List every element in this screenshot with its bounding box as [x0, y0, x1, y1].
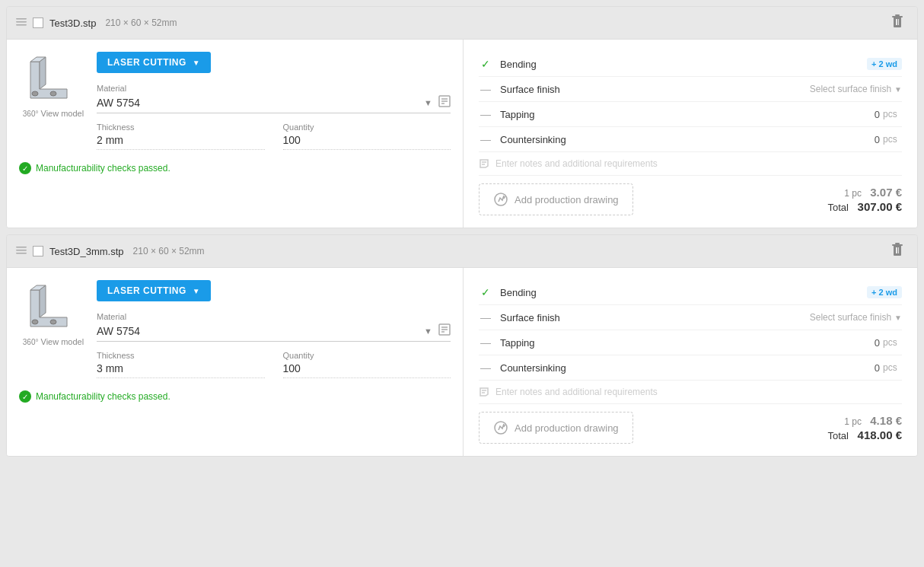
- material-value: AW 5754: [97, 97, 140, 109]
- svg-rect-1: [16, 21, 27, 23]
- part-dimensions: 210 × 60 × 52mm: [133, 246, 205, 256]
- process-dropdown-arrow: ▼: [193, 287, 200, 295]
- part-body: 360° View modelLASER CUTTING ▼MaterialAW…: [7, 40, 917, 228]
- add-production-drawing-button[interactable]: Add production drawing: [479, 183, 633, 215]
- part-header: Test3D.stp210 × 60 × 52mm: [7, 7, 917, 40]
- thickness-quantity-row: Thickness3 mmQuantity100: [97, 351, 451, 378]
- surface-finish-row: —Surface finishSelect surface finish▼: [479, 305, 902, 330]
- thickness-value[interactable]: 2 mm: [97, 134, 265, 150]
- material-dropdown-arrow[interactable]: ▼: [424, 98, 432, 107]
- svg-rect-20: [892, 244, 903, 246]
- view-model-link[interactable]: 360° View model: [23, 337, 84, 346]
- quantity-value[interactable]: 100: [283, 362, 451, 378]
- surface-finish-select[interactable]: Select surface finish▼: [810, 312, 902, 323]
- add-drawing-label: Add production drawing: [515, 194, 619, 205]
- bending-lead-time-badge: + 2 wd: [867, 286, 902, 298]
- surface-finish-label: Surface finish: [500, 312, 810, 323]
- tapping-count-value: 0: [865, 109, 880, 120]
- svg-marker-7: [40, 57, 46, 89]
- svg-rect-21: [895, 243, 900, 244]
- svg-rect-17: [16, 247, 27, 248]
- bending-label: Bending: [500, 59, 861, 70]
- tapping-dash-icon: —: [479, 336, 492, 349]
- part-filename: Test3D_3mm.stp: [49, 246, 124, 257]
- part-image-area: 360° View modelLASER CUTTING ▼MaterialAW…: [19, 280, 451, 378]
- notes-icon: [479, 387, 489, 397]
- part-filename: Test3D.stp: [49, 18, 96, 29]
- price-per-pc-value: 3.07 €: [870, 186, 902, 199]
- model-preview: 360° View model: [19, 52, 88, 120]
- material-select[interactable]: AW 5754 ▼: [97, 323, 451, 342]
- process-select-button[interactable]: LASER CUTTING ▼: [97, 52, 211, 73]
- tapping-unit: pcs: [883, 337, 902, 348]
- delete-part-button[interactable]: [887, 13, 908, 33]
- quantity-label: Quantity: [283, 351, 451, 360]
- surface-finish-dropdown-arrow: ▼: [894, 314, 902, 322]
- surface-finish-placeholder: Select surface finish: [810, 312, 891, 323]
- tapping-row: —Tapping0 pcs: [479, 102, 902, 127]
- notes-placeholder[interactable]: Enter notes and additional requirements: [495, 387, 658, 397]
- price-total-label: Total: [828, 202, 849, 213]
- thickness-label: Thickness: [97, 351, 265, 360]
- part-dimensions: 210 × 60 × 52mm: [105, 18, 177, 28]
- part-header-left: Test3D_3mm.stp210 × 60 × 52mm: [16, 245, 205, 258]
- material-value: AW 5754: [97, 325, 140, 337]
- material-info-icon[interactable]: [438, 95, 451, 110]
- countersinking-count: 0 pcs: [865, 362, 902, 374]
- surface-finish-label: Surface finish: [500, 84, 810, 95]
- svg-point-25: [32, 320, 38, 324]
- countersinking-row: —Countersinking0 pcs: [479, 127, 902, 152]
- price-per-pc-label: 1 pc: [844, 188, 862, 199]
- add-drawing-section: Add production drawing 1 pc 4.18 €Total …: [479, 412, 902, 444]
- notes-row: Enter notes and additional requirements: [479, 381, 902, 404]
- drag-icon[interactable]: [16, 245, 27, 258]
- material-select[interactable]: AW 5754 ▼: [97, 95, 451, 113]
- drag-icon[interactable]: [16, 17, 27, 30]
- surface-finish-row: —Surface finishSelect surface finish▼: [479, 77, 902, 102]
- part-card-1: Test3D.stp210 × 60 × 52mm 360° View mode…: [6, 6, 918, 228]
- thickness-quantity-row: Thickness2 mmQuantity100: [97, 123, 451, 150]
- thickness-label: Thickness: [97, 123, 265, 132]
- part-select-checkbox[interactable]: [33, 246, 43, 256]
- part-left-panel: 360° View modelLASER CUTTING ▼MaterialAW…: [7, 40, 464, 228]
- material-info-icon[interactable]: [438, 323, 451, 338]
- tapping-count: 0 pcs: [865, 337, 902, 349]
- countersinking-unit: pcs: [883, 134, 902, 145]
- surface-finish-placeholder: Select surface finish: [810, 84, 891, 94]
- process-section: LASER CUTTING ▼MaterialAW 5754 ▼ Thickne…: [97, 280, 451, 378]
- part-select-checkbox[interactable]: [33, 18, 43, 28]
- process-section: LASER CUTTING ▼MaterialAW 5754 ▼ Thickne…: [97, 52, 451, 150]
- delete-part-button[interactable]: [887, 241, 908, 261]
- notes-placeholder[interactable]: Enter notes and additional requirements: [495, 158, 658, 169]
- quantity-field: Quantity100: [283, 351, 451, 378]
- price-total-row: Total 418.00 €: [828, 428, 902, 441]
- countersinking-dash-icon: —: [479, 133, 492, 145]
- tapping-count: 0 pcs: [865, 109, 902, 120]
- quantity-label: Quantity: [283, 123, 451, 132]
- material-label: Material: [97, 84, 451, 93]
- countersinking-label: Countersinking: [500, 362, 865, 374]
- svg-rect-18: [16, 250, 27, 251]
- surface-finish-select[interactable]: Select surface finish▼: [810, 84, 902, 94]
- price-total-row: Total 307.00 €: [828, 200, 902, 213]
- quantity-value[interactable]: 100: [283, 134, 451, 150]
- surface-finish-dropdown-arrow: ▼: [894, 85, 902, 94]
- add-drawing-section: Add production drawing 1 pc 3.07 €Total …: [479, 183, 902, 215]
- check-circle-icon: ✓: [19, 162, 31, 174]
- thickness-field: Thickness2 mm: [97, 123, 265, 150]
- countersinking-count-value: 0: [865, 134, 880, 145]
- add-production-drawing-button[interactable]: Add production drawing: [479, 412, 633, 444]
- check-circle-icon: ✓: [19, 390, 31, 403]
- view-model-link[interactable]: 360° View model: [23, 109, 84, 118]
- bending-row: ✓Bending+ 2 wd: [479, 52, 902, 77]
- part-header: Test3D_3mm.stp210 × 60 × 52mm: [7, 235, 917, 268]
- tapping-count-value: 0: [865, 337, 880, 349]
- material-dropdown-arrow[interactable]: ▼: [424, 327, 432, 336]
- tapping-row: —Tapping0 pcs: [479, 330, 902, 355]
- process-select-button[interactable]: LASER CUTTING ▼: [97, 280, 211, 301]
- part-right-panel: ✓Bending+ 2 wd—Surface finishSelect surf…: [464, 40, 917, 228]
- part-header-left: Test3D.stp210 × 60 × 52mm: [16, 17, 177, 30]
- manufacturability-check: ✓Manufacturability checks passed.: [19, 162, 451, 174]
- tapping-label: Tapping: [500, 337, 865, 349]
- thickness-value[interactable]: 3 mm: [97, 362, 265, 378]
